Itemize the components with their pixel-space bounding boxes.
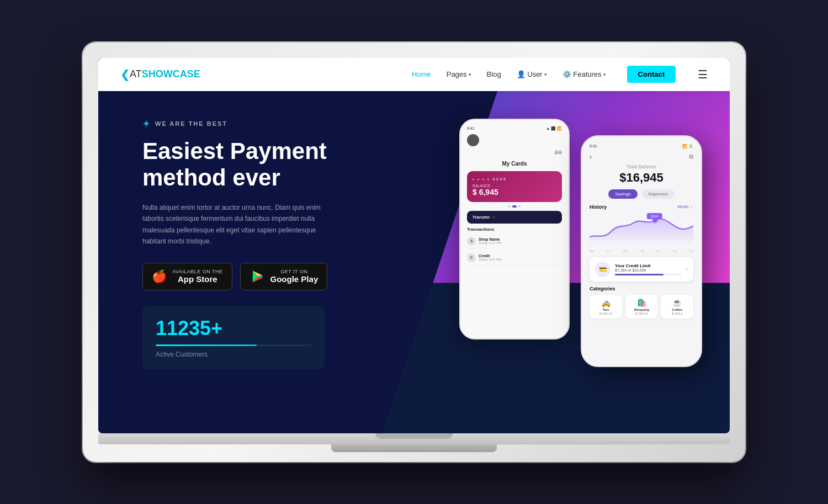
features-chevron: ▾ — [603, 72, 606, 77]
laptop-body: ❮ AT SHOWCASE Home Pages ▾ Blog 👤 User ▾… — [83, 43, 745, 462]
hamburger-icon[interactable]: ☰ — [698, 68, 708, 81]
pf-back-arrow[interactable]: ‹ — [590, 153, 592, 161]
phone-back-icons: ▲ ⬛ 📶 — [546, 126, 562, 131]
screen: ❮ AT SHOWCASE Home Pages ▾ Blog 👤 User ▾… — [98, 58, 730, 433]
transaction-2: C Credit Today, 3:27 PM — [467, 251, 562, 265]
navbar: ❮ AT SHOWCASE Home Pages ▾ Blog 👤 User ▾… — [98, 58, 730, 91]
hero-description: Nulla aliquet enim tortor at auctor urna… — [142, 202, 330, 247]
credit-amount-text: $7,264 of $10,000 — [615, 268, 682, 272]
pf-tab-expenses[interactable]: Expenses — [642, 189, 675, 199]
card-balance: $ 6,945 — [473, 188, 556, 197]
nav-pages[interactable]: Pages ▾ — [447, 70, 471, 78]
credit-progress-bar — [615, 274, 682, 275]
badge-text: WE ARE THE BEST — [155, 120, 227, 127]
phone-back-screen: 9:41 ▲ ⬛ 📶 ≡≡ My Cards • • • • 3245 Bala… — [460, 120, 569, 338]
category-coffee: ☕ Coffee $ 234,3 — [661, 295, 693, 319]
pf-total-amount: $16,945 — [590, 171, 693, 185]
contact-button[interactable]: Contact — [627, 66, 676, 83]
phone-back-transfer: Transfer → — [467, 211, 562, 224]
transaction-2-info: Credit Today, 3:27 PM — [479, 254, 501, 261]
chart-label-0: Mo — [590, 250, 594, 253]
transfer-label: Transfer → — [473, 215, 496, 220]
badge-icon: ✦ — [142, 119, 151, 129]
hero-badge: ✦ WE ARE THE BEST — [142, 119, 363, 129]
dot-active — [512, 205, 517, 208]
credit-progress-card: 💳 Your Credit Limit $7,264 of $10,000 › — [590, 257, 693, 282]
google-play-text: GET IT ON Google Play — [270, 269, 319, 284]
hero-title-line1: Easiest Payment — [142, 138, 327, 164]
card-dots-nav — [467, 205, 562, 208]
pf-history-link[interactable]: Month → — [678, 205, 693, 209]
laptop-stand — [331, 444, 497, 452]
taxi-label: Taxi — [592, 308, 620, 311]
hero-content: ✦ WE ARE THE BEST Easiest Payment method… — [142, 113, 363, 369]
pf-time: 9:41 — [590, 144, 597, 148]
app-store-button[interactable]: 🍎 Available on the App Store — [142, 263, 232, 290]
transaction-1-name: Shop Name — [479, 237, 501, 241]
coffee-label: Coffee — [663, 308, 691, 311]
shopping-amount: $ 234,14 — [628, 312, 656, 315]
phone-back-settings: ≡≡ — [467, 148, 562, 156]
stats-progress-bar — [156, 344, 311, 346]
chart-label-2: We — [623, 250, 628, 253]
pf-history-label: History — [590, 204, 607, 210]
pages-chevron: ▾ — [469, 72, 471, 77]
store-buttons: 🍎 Available on the App Store — [142, 263, 363, 290]
chart-label-6: Su — [689, 250, 693, 253]
stats-number: 11235+ — [156, 317, 311, 340]
nav-features[interactable]: ⚙️ Features ▾ — [562, 70, 606, 78]
phone-front: 9:41 📶 🔋 ‹ ⊟ Total Balance $16,945 Savin… — [581, 135, 702, 367]
stats-box: 11235+ Active Customers — [142, 306, 325, 369]
svg-text:$184: $184 — [651, 214, 659, 217]
card-balance-label: Balance — [473, 184, 556, 188]
nav-home[interactable]: Home — [412, 70, 431, 78]
chart-svg: $184 — [590, 212, 693, 245]
user-chevron: ▾ — [544, 72, 547, 77]
coffee-amount: $ 234,3 — [663, 312, 691, 315]
pf-icons: 📶 🔋 — [682, 144, 693, 148]
category-taxi: 🚕 Taxi $ 234,14 — [590, 295, 622, 319]
pf-statusbar: 9:41 📶 🔋 — [590, 144, 693, 148]
credit-card: • • • • 3245 Balance $ 6,945 — [467, 171, 562, 202]
google-play-sub: GET IT ON — [270, 269, 319, 274]
pf-categories: 🚕 Taxi $ 234,14 🛍️ Shopping $ 234,14 — [590, 295, 693, 319]
transaction-2-date: Today, 3:27 PM — [479, 258, 501, 261]
taxi-icon: 🚕 — [592, 298, 620, 307]
pf-header: ‹ ⊟ — [590, 153, 693, 161]
chart-label-1: Tu — [607, 250, 611, 253]
pf-categories-title: Categories — [590, 286, 693, 291]
app-store-text: Available on the App Store — [172, 269, 223, 284]
pf-settings-icon[interactable]: ⊟ — [689, 153, 693, 160]
transaction-2-name: Credit — [479, 254, 501, 258]
google-play-button[interactable]: GET IT ON Google Play — [240, 263, 328, 290]
dot-3 — [518, 205, 521, 208]
laptop-notch — [375, 433, 453, 439]
logo-bracket: ❮ — [120, 68, 130, 81]
transaction-1-avatar: S — [467, 237, 476, 246]
credit-info: Your Credit Limit $7,264 of $10,000 — [615, 263, 682, 275]
pf-chart-labels: Mo Tu We Th Fr Sa Su — [590, 250, 693, 253]
phone-back-statusbar: 9:41 ▲ ⬛ 📶 — [467, 126, 562, 131]
nav-user[interactable]: 👤 User ▾ — [517, 70, 547, 78]
chart-label-4: Fr — [657, 250, 660, 253]
credit-progress-fill — [615, 274, 664, 275]
pf-total-label: Total Balance — [590, 164, 693, 169]
phone-back: 9:41 ▲ ⬛ 📶 ≡≡ My Cards • • • • 3245 Bala… — [459, 119, 570, 339]
pf-chart: $184 — [590, 212, 693, 245]
transaction-1-info: Shop Name Today, 3:27 PM — [479, 237, 501, 245]
credit-text: Your Credit Limit — [615, 263, 682, 268]
shopping-label: Shopping — [628, 308, 656, 311]
laptop-wrapper: ❮ AT SHOWCASE Home Pages ▾ Blog 👤 User ▾… — [83, 43, 745, 462]
logo-showcase: SHOWCASE — [142, 68, 200, 80]
pf-tab-savings[interactable]: Savings — [608, 189, 637, 199]
nav-blog[interactable]: Blog — [487, 70, 501, 78]
taxi-amount: $ 234,14 — [592, 312, 620, 315]
google-play-icon — [250, 269, 265, 284]
hero-title-line2: method ever — [142, 165, 280, 190]
dot-1 — [508, 205, 511, 208]
app-store-sub: Available on the — [172, 269, 223, 274]
pf-history-header: History Month → — [590, 204, 693, 210]
pf-tabs: Savings Expenses — [590, 189, 693, 199]
transaction-2-avatar: C — [467, 253, 476, 262]
phone-back-avatar — [467, 134, 479, 146]
